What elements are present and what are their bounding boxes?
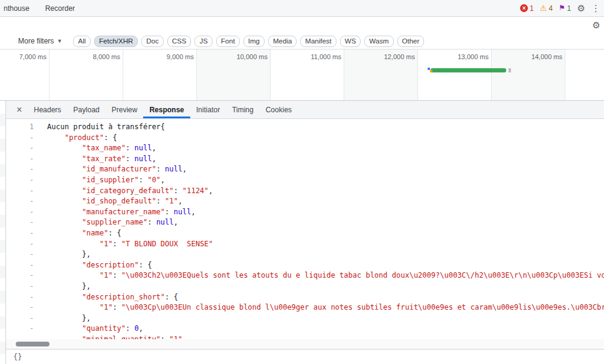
code-line: - "id_supplier": "0",: [6, 175, 604, 186]
line-gutter: -: [6, 260, 34, 271]
code-text: "id_manufacturer": null,: [47, 164, 187, 175]
top-tabs: nthouse Recorder: [1, 4, 76, 13]
network-settings-gear-icon[interactable]: ⚙: [593, 21, 600, 30]
settings-gear-icon[interactable]: ⚙: [577, 4, 585, 13]
timeline-gridline: [270, 49, 271, 100]
detail-tab-payload[interactable]: Payload: [67, 101, 105, 118]
timeline-gridline: [417, 49, 418, 100]
response-status-bar: {}: [6, 349, 604, 364]
waterfall-marker: [509, 68, 511, 72]
filter-chip-other[interactable]: Other: [397, 36, 425, 47]
network-toolbar: ⚙: [0, 17, 604, 33]
filter-chip-manifest[interactable]: Manifest: [300, 36, 336, 47]
detail-tab-cookies[interactable]: Cookies: [260, 101, 298, 118]
error-badge[interactable]: × 1: [520, 4, 534, 13]
code-text: "1": "\u003Ch2\u003EQuels sont les atout…: [47, 270, 604, 281]
timeline-tick-label: 7,000 ms: [0, 53, 47, 60]
code-line: - "id_manufacturer": null,: [6, 164, 604, 175]
tab-recorder[interactable]: Recorder: [44, 4, 76, 13]
scrollbar-thumb[interactable]: [16, 342, 50, 346]
error-count: 1: [530, 4, 534, 13]
code-line: - "tax_name": null,: [6, 143, 604, 154]
detail-tab-timing[interactable]: Timing: [226, 101, 260, 118]
waterfall-marker: [430, 70, 432, 72]
filter-chip-media[interactable]: Media: [268, 36, 297, 47]
detail-tab-initiator[interactable]: Initiator: [190, 101, 226, 118]
code-line: 1Aucun produit à transférer{: [6, 122, 604, 133]
timeline-gridline: [491, 49, 492, 100]
line-gutter: -: [6, 175, 34, 186]
line-gutter: -: [6, 133, 34, 144]
code-text: },: [47, 313, 91, 324]
waterfall-request-bar[interactable]: [431, 68, 506, 72]
request-list-sliver[interactable]: [0, 101, 6, 364]
detail-tab-bar: × HeadersPayloadPreviewResponseInitiator…: [6, 101, 604, 119]
detail-tab-preview[interactable]: Preview: [106, 101, 144, 118]
code-line: - "1": "T BLOND DOUX SENSE": [6, 239, 604, 250]
code-text: },: [47, 249, 91, 260]
line-gutter: -: [6, 249, 34, 260]
filter-chip-all[interactable]: All: [73, 36, 91, 47]
code-text: "product": {: [47, 133, 117, 144]
line-gutter: 1: [6, 122, 34, 133]
line-gutter: -: [6, 207, 34, 218]
line-gutter: -: [6, 228, 34, 239]
timeline-tick-label: 11,000 ms: [289, 53, 341, 60]
timeline-tick-label: 14,000 ms: [510, 53, 562, 60]
timeline-tick-label: 10,000 ms: [216, 53, 268, 60]
line-gutter: -: [6, 154, 34, 165]
horizontal-scrollbar[interactable]: [6, 339, 604, 349]
tab-lighthouse[interactable]: nthouse: [2, 4, 31, 13]
code-text: Aucun produit à transférer{: [47, 122, 165, 133]
filter-chip-doc[interactable]: Doc: [141, 36, 163, 47]
filter-chip-font[interactable]: Font: [216, 36, 240, 47]
code-text: "description": {: [47, 260, 152, 271]
kebab-menu-icon[interactable]: ⋮: [591, 4, 600, 13]
detail-tab-headers[interactable]: Headers: [28, 101, 67, 118]
line-gutter: -: [6, 270, 34, 281]
line-gutter: -: [6, 292, 34, 303]
code-line: - "name": {: [6, 228, 604, 239]
line-gutter: -: [6, 186, 34, 197]
filter-chip-fetch-xhr[interactable]: Fetch/XHR: [94, 36, 138, 47]
warning-count: 4: [548, 4, 553, 13]
code-line: - "description": {: [6, 260, 604, 271]
more-filters-button[interactable]: More filters ▼: [18, 37, 62, 45]
line-gutter: -: [6, 302, 34, 313]
code-text: "id_supplier": "0",: [47, 175, 165, 186]
timeline-tick-label: 12,000 ms: [363, 53, 415, 60]
filter-chip-wasm[interactable]: Wasm: [364, 36, 393, 47]
timeline-gridline: [344, 49, 344, 100]
warning-badge[interactable]: ⚠ 4: [540, 4, 553, 13]
line-gutter: -: [6, 324, 34, 334]
code-line: - "id_category_default": "1124",: [6, 186, 604, 197]
code-line: - },: [6, 313, 604, 324]
issues-count: 1: [567, 4, 571, 13]
code-line: - "1": "\u003Ch2\u003EQuels sont les ato…: [6, 270, 604, 281]
code-line: - "manufacturer_name": null,: [6, 207, 604, 218]
timeline-tick-label: 9,000 ms: [142, 53, 194, 60]
close-icon[interactable]: ×: [11, 101, 28, 118]
devtools-tab-bar: nthouse Recorder × 1 ⚠ 4 ⚑ 1 ⚙ ⋮: [0, 0, 604, 17]
detail-tab-response[interactable]: Response: [143, 101, 190, 118]
code-text: "minimal_quantity": "1",: [47, 334, 187, 339]
network-overview-timeline[interactable]: 7,000 ms8,000 ms9,000 ms10,000 ms11,000 …: [0, 49, 604, 101]
timeline-gridline: [196, 49, 197, 100]
pretty-print-button[interactable]: {}: [13, 353, 22, 361]
error-icon: ×: [520, 4, 528, 12]
issues-badge[interactable]: ⚑ 1: [559, 4, 571, 13]
request-detail-pane: × HeadersPayloadPreviewResponseInitiator…: [6, 101, 604, 364]
filter-chip-img[interactable]: Img: [243, 36, 265, 47]
devtools-window: nthouse Recorder × 1 ⚠ 4 ⚑ 1 ⚙ ⋮ ⚙ More …: [0, 0, 604, 364]
filter-chip-js[interactable]: JS: [194, 36, 212, 47]
code-line: - "supplier_name": null,: [6, 217, 604, 228]
response-code[interactable]: 1Aucun produit à transférer{- "product":…: [6, 119, 604, 339]
filter-chip-css[interactable]: CSS: [167, 36, 191, 47]
code-line: - },: [6, 249, 604, 260]
code-line: - "product": {: [6, 133, 604, 144]
code-line: - "1": "\u003Cp\u003EUn classique blond …: [6, 302, 604, 313]
filter-chip-ws[interactable]: WS: [340, 36, 361, 47]
timeline-gridline: [123, 49, 123, 100]
timeline-gridline: [49, 49, 50, 100]
filter-chips: AllFetch/XHRDocCSSJSFontImgMediaManifest…: [73, 36, 424, 47]
